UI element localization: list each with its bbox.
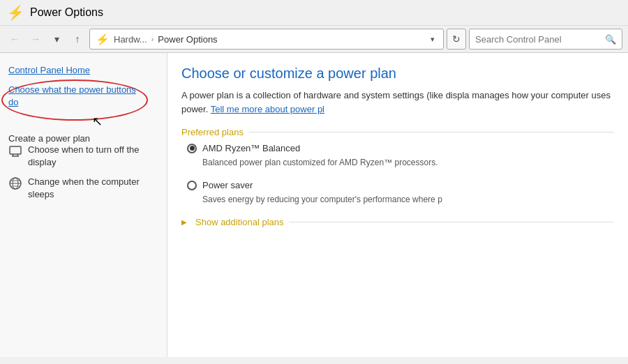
globe-icon (8, 176, 24, 192)
sidebar: Control Panel Home Choose what the power… (0, 53, 167, 357)
plan-name-amd: AMD Ryzen™ Balanced (202, 143, 300, 153)
search-input[interactable] (475, 34, 601, 45)
breadcrumb-current: Power Options (158, 34, 217, 45)
monitor-icon (8, 144, 24, 160)
sidebar-item-turn-off-display[interactable]: Choose when to turn off the display (8, 144, 158, 169)
content-description: A power plan is a collection of hardware… (181, 89, 614, 116)
plan-radio-row-power-saver[interactable]: Power saver (187, 180, 614, 190)
plan-name-power-saver: Power saver (202, 180, 253, 190)
content-title: Choose or customize a power plan (181, 66, 614, 82)
plan-desc-power-saver: Saves energy by reducing your computer's… (187, 193, 614, 206)
page-title: Power Options (30, 6, 103, 19)
content-area: Choose or customize a power plan A power… (167, 53, 628, 357)
plan-radio-row-amd[interactable]: AMD Ryzen™ Balanced (187, 143, 614, 153)
sleep-label[interactable]: Change when the computer sleeps (28, 176, 158, 201)
breadcrumb-icon: ⚡ (96, 33, 110, 46)
main-layout: Control Panel Home Choose what the power… (0, 53, 628, 357)
plan-item-power-saver: Power saver Saves energy by reducing you… (181, 180, 614, 206)
show-additional-plans-row[interactable]: ▶ Show additional plans (181, 217, 614, 227)
radio-power-saver[interactable] (187, 181, 197, 190)
sidebar-item-create-plan[interactable]: Create a power plan (8, 133, 90, 144)
radio-amd-balanced[interactable] (187, 144, 197, 153)
preferred-plans-text: Preferred plans (181, 127, 244, 137)
dropdown-button[interactable]: ▾ (47, 30, 66, 48)
breadcrumb-arrow: › (151, 35, 154, 43)
search-box[interactable]: 🔍 (469, 29, 622, 50)
address-box: ⚡ Hardw... › Power Options ▾ (89, 29, 444, 50)
forward-button[interactable]: → (27, 30, 45, 48)
cursor-icon: ↖ (92, 114, 103, 129)
refresh-button[interactable]: ↻ (447, 29, 466, 50)
svg-rect-0 (10, 146, 21, 154)
breadcrumb-dropdown-button[interactable]: ▾ (428, 35, 438, 44)
sidebar-item-control-panel-home[interactable]: Control Panel Home (8, 64, 158, 77)
highlighted-link-container: Choose what the power buttons do ↖ (8, 84, 141, 116)
show-additional-plans-label[interactable]: Show additional plans (195, 217, 283, 227)
sidebar-item-power-buttons[interactable]: Choose what the power buttons do (8, 84, 141, 109)
plan-desc-amd: Balanced power plan customized for AMD R… (187, 156, 614, 169)
search-icon: 🔍 (605, 34, 616, 45)
preferred-plans-label: Preferred plans (181, 127, 614, 137)
sidebar-item-sleep[interactable]: Change when the computer sleeps (8, 176, 158, 201)
breadcrumb-prefix: Hardw... (114, 34, 147, 45)
title-bar: ⚡ Power Options (0, 0, 628, 26)
address-bar: ← → ▾ ↑ ⚡ Hardw... › Power Options ▾ ↻ 🔍 (0, 26, 628, 53)
up-button[interactable]: ↑ (68, 30, 87, 48)
chevron-right-icon: ▶ (181, 218, 187, 226)
plan-item-amd-balanced: AMD Ryzen™ Balanced Balanced power plan … (181, 143, 614, 169)
title-icon: ⚡ (7, 4, 24, 21)
tell-me-more-link[interactable]: Tell me more about power pl (211, 104, 324, 114)
turn-off-display-label[interactable]: Choose when to turn off the display (28, 144, 158, 169)
back-button[interactable]: ← (6, 30, 24, 48)
